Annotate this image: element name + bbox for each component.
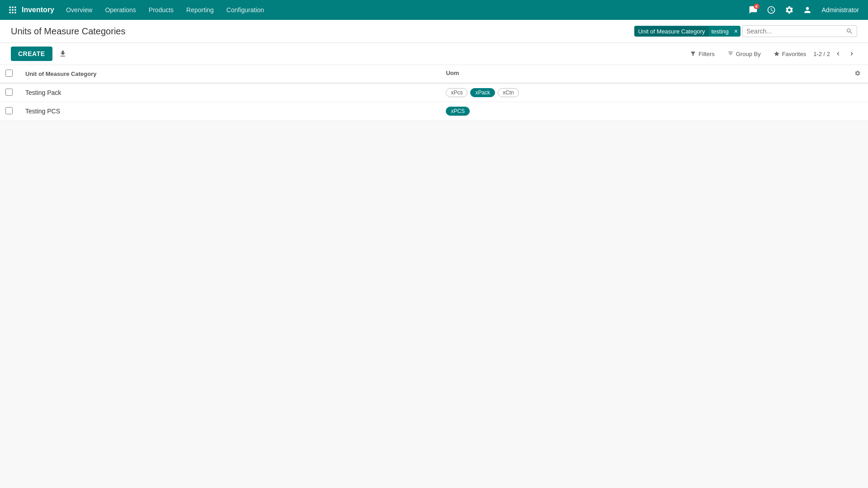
nav-operations[interactable]: Operations	[99, 0, 142, 20]
uom-badge: xPCS	[446, 107, 470, 116]
svg-rect-6	[9, 12, 11, 13]
topnav-right: 4 Administrator	[746, 3, 863, 17]
filters-label: Filters	[698, 51, 714, 57]
nav-menu: Overview Operations Products Reporting C…	[60, 0, 270, 20]
user-avatar[interactable]	[800, 3, 815, 17]
row-checkbox[interactable]	[5, 107, 13, 114]
table-row: Testing PackxPcsxPackxCtn	[0, 83, 868, 102]
row-checkbox[interactable]	[5, 89, 13, 96]
row-checkbox-cell	[0, 102, 18, 121]
search-filter-tag: Unit of Measure Category testing ×	[634, 26, 741, 37]
settings-button[interactable]	[782, 3, 797, 17]
chevron-right-icon	[848, 50, 855, 57]
user-name[interactable]: Administrator	[818, 6, 863, 14]
toolbar-left: CREATE	[11, 47, 70, 61]
filter-tag-value: testing	[709, 26, 731, 37]
star-icon	[774, 51, 780, 57]
clock-button[interactable]	[764, 3, 778, 17]
top-navigation: Inventory Overview Operations Products R…	[0, 0, 868, 20]
favorites-button[interactable]: Favorites	[768, 48, 811, 60]
group-by-label: Group By	[736, 51, 761, 57]
pagination-next[interactable]	[846, 48, 857, 59]
svg-rect-5	[14, 9, 16, 10]
toolbar: CREATE Filters Group By Favorites 1-2 / …	[0, 43, 868, 65]
col-category-header[interactable]: Unit of Measure Category	[18, 65, 439, 83]
table-row: Testing PCSxPCS	[0, 102, 868, 121]
row-uom-badges: xPCS	[439, 102, 868, 121]
svg-rect-2	[14, 7, 16, 8]
filters-button[interactable]: Filters	[684, 48, 720, 60]
search-input[interactable]	[743, 26, 842, 37]
search-bar: Unit of Measure Category testing ×	[634, 25, 857, 37]
main-content: Units of Measure Categories Unit of Meas…	[0, 20, 868, 488]
export-button[interactable]	[56, 47, 70, 61]
nav-overview[interactable]: Overview	[60, 0, 99, 20]
action-bar: Units of Measure Categories Unit of Meas…	[0, 20, 868, 43]
pagination-prev[interactable]	[833, 48, 844, 59]
page-title: Units of Measure Categories	[11, 26, 125, 37]
filter-tag-remove[interactable]: ×	[731, 26, 741, 37]
filter-tag-label: Unit of Measure Category	[634, 26, 708, 37]
toolbar-right: Filters Group By Favorites 1-2 / 2	[684, 48, 857, 60]
data-table: Unit of Measure Category Uom Testing Pac…	[0, 65, 868, 121]
svg-rect-0	[9, 7, 11, 8]
filter-icon	[690, 51, 696, 57]
favorites-label: Favorites	[782, 51, 806, 57]
apps-menu-icon[interactable]	[5, 3, 20, 17]
row-checkbox-cell	[0, 83, 18, 102]
select-all-checkbox[interactable]	[5, 70, 13, 77]
row-uom-badges: xPcsxPackxCtn	[439, 83, 868, 102]
search-submit-button[interactable]	[842, 26, 857, 37]
group-by-icon	[727, 51, 734, 57]
action-left: Units of Measure Categories	[11, 26, 125, 37]
svg-rect-1	[12, 7, 13, 8]
row-category-name[interactable]: Testing Pack	[18, 83, 439, 102]
pagination-text: 1-2 / 2	[813, 51, 830, 57]
col-settings-icon[interactable]	[854, 70, 861, 76]
app-brand[interactable]: Inventory	[22, 6, 54, 14]
search-input-wrapper	[742, 25, 857, 37]
table-header-row: Unit of Measure Category Uom	[0, 65, 868, 83]
svg-rect-4	[12, 9, 13, 10]
uom-badge: xPcs	[446, 88, 467, 97]
export-icon	[59, 50, 67, 58]
messages-badge: 4	[754, 4, 760, 9]
pagination: 1-2 / 2	[813, 48, 857, 59]
search-icon	[846, 28, 853, 35]
svg-rect-3	[9, 9, 11, 10]
select-all-header	[0, 65, 18, 83]
uom-badge: xPack	[470, 88, 495, 97]
chevron-left-icon	[835, 50, 842, 57]
svg-rect-8	[14, 12, 16, 13]
table-container: Unit of Measure Category Uom Testing Pac…	[0, 65, 868, 121]
messages-button[interactable]: 4	[746, 3, 760, 17]
nav-products[interactable]: Products	[142, 0, 180, 20]
table-body: Testing PackxPcsxPackxCtnTesting PCSxPCS	[0, 83, 868, 121]
svg-rect-7	[12, 12, 13, 13]
col-uom-header: Uom	[439, 65, 868, 81]
uom-badge: xCtn	[498, 88, 519, 97]
group-by-button[interactable]: Group By	[722, 48, 766, 60]
create-button[interactable]: CREATE	[11, 47, 52, 61]
nav-configuration[interactable]: Configuration	[220, 0, 270, 20]
row-category-name[interactable]: Testing PCS	[18, 102, 439, 121]
nav-reporting[interactable]: Reporting	[180, 0, 220, 20]
